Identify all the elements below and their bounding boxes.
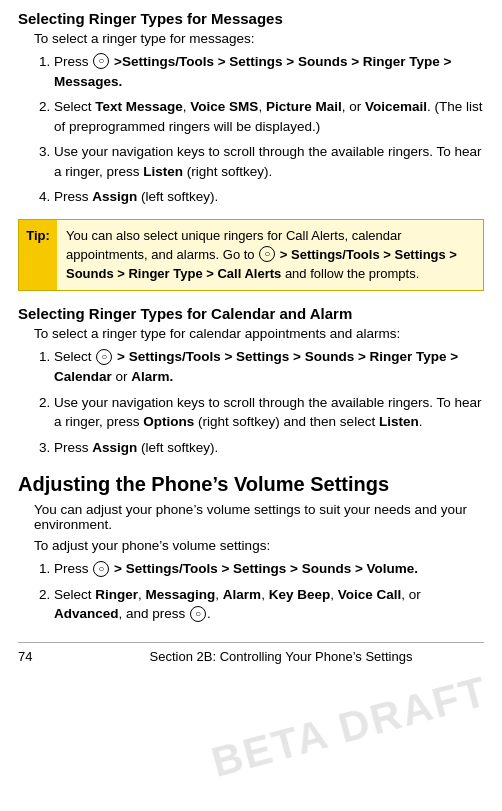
step-messages-3: Use your navigation keys to scroll throu… xyxy=(54,142,484,181)
step-messages-4: Press Assign (left softkey). xyxy=(54,187,484,207)
intro-calendar: To select a ringer type for calendar app… xyxy=(34,326,484,341)
step-calendar-1: Select ○ > Settings/Tools > Settings > S… xyxy=(54,347,484,386)
menu-icon-1: ○ xyxy=(93,53,109,69)
beta-draft-watermark: BETA DRAFT xyxy=(207,667,493,787)
step-volume-2: Select Ringer, Messaging, Alarm, Key Bee… xyxy=(54,585,484,624)
steps-calendar: Select ○ > Settings/Tools > Settings > S… xyxy=(54,347,484,457)
step-volume-1: Press ○ > Settings/Tools > Settings > So… xyxy=(54,559,484,579)
intro-volume-2: To adjust your phone’s volume settings: xyxy=(34,538,484,553)
footer: 74 Section 2B: Controlling Your Phone’s … xyxy=(18,642,484,664)
menu-icon-tip: ○ xyxy=(259,246,275,262)
menu-icon-cal-1: ○ xyxy=(96,349,112,365)
intro-messages: To select a ringer type for messages: xyxy=(34,31,484,46)
menu-icon-vol-1: ○ xyxy=(93,561,109,577)
section-title-messages: Selecting Ringer Types for Messages xyxy=(18,10,484,27)
step-messages-2: Select Text Message, Voice SMS, Picture … xyxy=(54,97,484,136)
intro-volume-1: You can adjust your phone’s volume setti… xyxy=(34,502,484,532)
tip-box: Tip: You can also select unique ringers … xyxy=(18,219,484,292)
tip-content: You can also select unique ringers for C… xyxy=(57,220,483,291)
page-content: Selecting Ringer Types for Messages To s… xyxy=(18,10,484,664)
step-calendar-3: Press Assign (left softkey). xyxy=(54,438,484,458)
section-title-volume: Adjusting the Phone’s Volume Settings xyxy=(18,473,484,496)
steps-messages: Press ○ >Settings/Tools > Settings > Sou… xyxy=(54,52,484,207)
menu-icon-vol-2: ○ xyxy=(190,606,206,622)
steps-volume: Press ○ > Settings/Tools > Settings > So… xyxy=(54,559,484,624)
step-messages-1: Press ○ >Settings/Tools > Settings > Sou… xyxy=(54,52,484,91)
footer-page: 74 xyxy=(18,649,78,664)
tip-label: Tip: xyxy=(19,220,57,291)
section-title-calendar: Selecting Ringer Types for Calendar and … xyxy=(18,305,484,322)
footer-text: Section 2B: Controlling Your Phone’s Set… xyxy=(78,649,484,664)
step-calendar-2: Use your navigation keys to scroll throu… xyxy=(54,393,484,432)
